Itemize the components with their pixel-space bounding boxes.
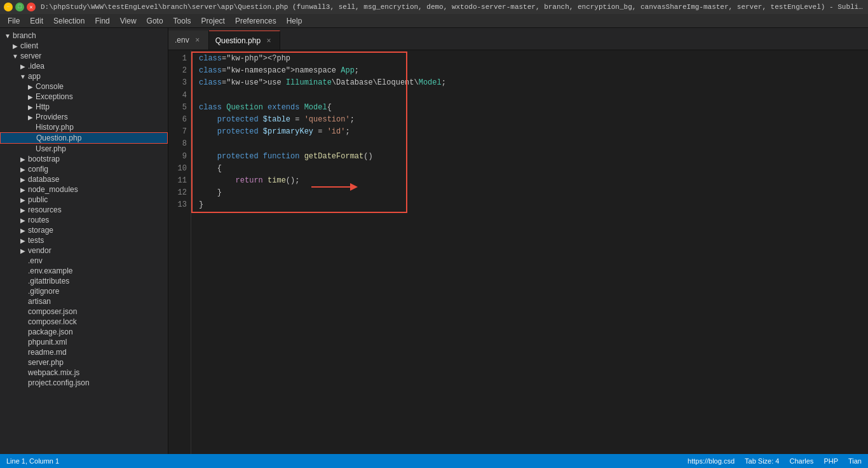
sidebar-item-user[interactable]: User.php [0,144,168,154]
menu-item-file[interactable]: File [3,15,25,27]
sidebar-item-storage[interactable]: ▶storage [0,225,168,235]
status-name: Charles [789,457,813,465]
folder-arrow-icon: ▼ [3,32,13,39]
tab-dotenv-tab[interactable]: .env× [168,31,209,50]
sidebar-item-tests[interactable]: ▶tests [0,235,168,245]
sidebar-item-label: phpunit.xml [28,338,67,347]
sidebar-item-question[interactable]: Question.php [0,132,168,144]
sidebar-item-database[interactable]: ▶database [0,174,168,184]
main-layout: ▼branch▶client▼server▶.idea▼app▶Console▶… [0,28,868,454]
code-line-7: protected $primaryKey = 'id'; [199,126,868,138]
menu-item-help[interactable]: Help [281,15,308,27]
menu-item-find[interactable]: Find [90,15,114,27]
code-line-4 [199,90,868,102]
folder-arrow-icon: ▼ [10,53,20,60]
tab-close-icon[interactable]: × [264,36,273,45]
menu-item-selection[interactable]: Selection [48,15,90,27]
sidebar-item-label: Providers [36,113,68,121]
sidebar-item-label: public [28,195,48,204]
sidebar-item-exceptions[interactable]: ▶Exceptions [0,92,168,102]
sidebar-item-composer-lock[interactable]: composer.lock [0,317,168,327]
sidebar-item-composer-json[interactable]: composer.json [0,306,168,317]
sidebar-item-console[interactable]: ▶Console [0,81,168,92]
sidebar-item-branch[interactable]: ▼branch [0,31,168,41]
statusbar: Line 1, Column 1 https://blog.csd Tab Si… [0,454,868,468]
sidebar-item-label: routes [28,216,49,224]
status-position: Line 1, Column 1 [6,457,59,465]
sidebar-item-label: server.php [28,358,64,367]
folder-arrow-icon: ▶ [18,217,28,224]
sidebar-item-webpack[interactable]: webpack.mix.js [0,368,168,378]
sidebar-item-config[interactable]: ▶config [0,164,168,174]
sidebar-item-package-json[interactable]: package.json [0,327,168,337]
sidebar-item-project-config[interactable]: project.config.json [0,378,168,388]
sidebar-item-vendor[interactable]: ▶vendor [0,245,168,256]
folder-arrow-icon: ▶ [18,227,28,234]
folder-arrow-icon: ▶ [25,83,36,90]
sidebar-item-label: app [28,72,41,81]
code-line-9: protected function getDateFormat() [199,151,868,163]
sidebar-item-providers[interactable]: ▶Providers [0,112,168,122]
sidebar-item-public[interactable]: ▶public [0,195,168,205]
sidebar-item-bootstrap[interactable]: ▶bootstrap [0,154,168,164]
sidebar-item-routes[interactable]: ▶routes [0,215,168,225]
sidebar-item-label: .env [28,256,43,265]
menu-item-tools[interactable]: Tools [168,15,196,27]
sidebar-item-phpunit[interactable]: phpunit.xml [0,337,168,347]
close-button[interactable]: ✕ [27,3,36,11]
maximize-button[interactable]: □ [15,3,24,11]
sidebar-item-label: resources [28,205,62,214]
folder-arrow-icon: ▶ [10,43,20,50]
sidebar-item-readme[interactable]: readme.md [0,347,168,357]
menu-item-edit[interactable]: Edit [25,15,48,27]
code-line-6: protected $table = 'question'; [199,114,868,126]
sidebar-item-app[interactable]: ▼app [0,71,168,81]
code-line-10: { [199,163,868,175]
code-line-11: return time(); [199,175,868,187]
code-content[interactable]: class="kw-php"><?phpclass="kw-namespace"… [191,50,868,454]
code-line-1: class="kw-php"><?php [199,53,868,65]
folder-arrow-icon: ▶ [18,196,28,203]
minimize-button[interactable]: − [4,3,13,11]
sidebar-item-idea[interactable]: ▶.idea [0,61,168,71]
sidebar-item-label: .gitignore [28,287,59,296]
menu-item-goto[interactable]: Goto [142,15,168,27]
sidebar-item-client[interactable]: ▶client [0,41,168,51]
folder-arrow-icon: ▶ [18,63,28,70]
code-line-5: class Question extends Model{ [199,102,868,114]
tab-question-tab[interactable]: Question.php× [209,31,280,50]
window-title: D:\phpStudy\WWW\testEngLevel\branch\serv… [41,3,864,11]
sidebar[interactable]: ▼branch▶client▼server▶.idea▼app▶Console▶… [0,28,168,454]
sidebar-item-gitattributes[interactable]: .gitattributes [0,276,168,286]
sidebar-item-label: bootstrap [28,155,60,163]
code-line-8 [199,138,868,150]
folder-arrow-icon: ▶ [18,207,28,214]
menubar: FileEditSelectionFindViewGotoToolsProjec… [0,14,868,28]
sidebar-item-label: Http [36,102,50,111]
status-right: https://blog.csd Tab Size: 4 Charles PHP… [688,457,862,465]
tab-label: Question.php [215,36,261,45]
sidebar-item-gitignore[interactable]: .gitignore [0,286,168,296]
sidebar-item-node_modules[interactable]: ▶node_modules [0,184,168,195]
menu-item-project[interactable]: Project [196,15,230,27]
sidebar-item-label: server [20,52,41,60]
sidebar-item-label: project.config.json [28,378,90,387]
folder-arrow-icon: ▶ [18,166,28,173]
tabs-bar: .env×Question.php× [168,28,868,50]
menu-item-preferences[interactable]: Preferences [230,15,281,27]
sidebar-item-label: composer.lock [28,317,77,326]
tab-close-icon[interactable]: × [193,36,202,45]
sidebar-item-history[interactable]: History.php [0,122,168,132]
sidebar-item-dotenv-example[interactable]: .env.example [0,266,168,276]
sidebar-item-server-php[interactable]: server.php [0,357,168,368]
sidebar-item-dotenv[interactable]: .env [0,256,168,266]
sidebar-item-http[interactable]: ▶Http [0,102,168,112]
sidebar-item-server[interactable]: ▼server [0,51,168,61]
titlebar: − □ ✕ D:\phpStudy\WWW\testEngLevel\branc… [0,0,868,14]
sidebar-item-resources[interactable]: ▶resources [0,205,168,215]
sidebar-item-artisan[interactable]: artisan [0,296,168,306]
folder-arrow-icon: ▼ [18,73,28,80]
sidebar-item-label: client [20,41,38,50]
status-tabsize: Tab Size: 4 [745,457,779,465]
menu-item-view[interactable]: View [115,15,142,27]
